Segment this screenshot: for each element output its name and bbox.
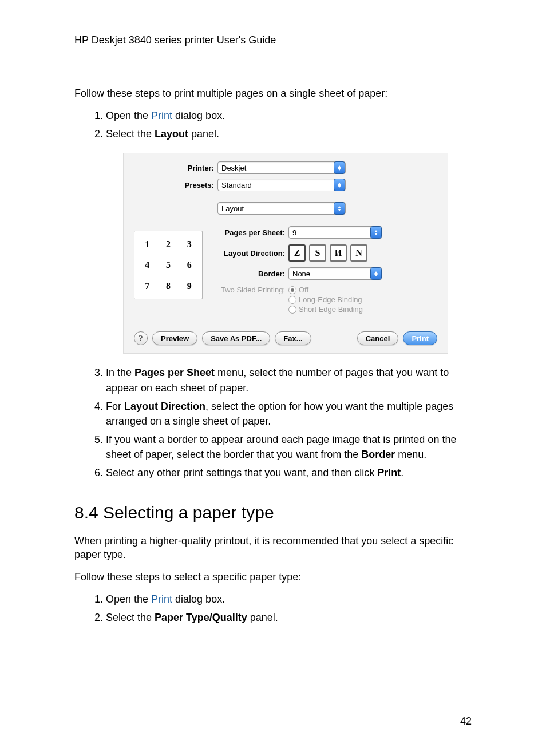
preview-cell: 4 xyxy=(145,260,149,270)
layout-direction-group: Z S И N xyxy=(288,244,367,262)
dropdown-arrows-icon xyxy=(334,179,345,191)
radio-icon xyxy=(288,296,296,304)
two-sided-label: Two Sided Printing: xyxy=(216,286,288,294)
layout-direction-option[interactable]: S xyxy=(309,244,326,262)
radio-icon xyxy=(288,306,296,314)
section-paragraph: When printing a higher-quality printout,… xyxy=(74,534,472,562)
border-label: Border: xyxy=(216,270,288,278)
radio-label: Short Edge Binding xyxy=(299,305,363,314)
preview-cell: 6 xyxy=(187,260,192,270)
help-button[interactable]: ? xyxy=(134,331,148,345)
preview-cell: 8 xyxy=(166,281,171,291)
presets-label: Presets: xyxy=(134,181,217,189)
step-3: In the Pages per Sheet menu, select the … xyxy=(106,365,472,395)
step-text: Open the xyxy=(106,593,151,605)
step-2c: Select the Paper Type/Quality panel. xyxy=(106,610,472,625)
dropdown-arrows-icon xyxy=(334,161,345,174)
step-text: Open the xyxy=(106,110,151,121)
dropdown-arrows-icon xyxy=(370,226,382,239)
steps-list-c: Open the Print dialog box. Select the Pa… xyxy=(74,592,472,625)
step-bold: Pages per Sheet xyxy=(134,367,215,378)
layout-direction-label: Layout Direction: xyxy=(216,249,288,258)
select-value: Layout xyxy=(221,204,244,213)
divider xyxy=(124,196,448,196)
radio-label: Long-Edge Binding xyxy=(299,295,362,304)
panel-select[interactable]: Layout xyxy=(217,202,346,215)
preview-cell: 5 xyxy=(166,260,171,270)
step-text: Select the xyxy=(106,612,155,623)
step-2: Select the Layout panel. xyxy=(106,126,472,141)
step-text: panel. xyxy=(247,612,278,623)
preview-cell: 9 xyxy=(187,281,192,291)
step-5: If you want a border to appear around ea… xyxy=(106,432,472,462)
step-1: Open the Print dialog box. xyxy=(106,108,472,123)
step-text: panel. xyxy=(188,128,219,140)
step-4: For Layout Direction, select the option … xyxy=(106,399,472,429)
preview-cell: 3 xyxy=(187,239,192,250)
step-bold: Paper Type/Quality xyxy=(155,612,247,623)
step-1c: Open the Print dialog box. xyxy=(106,592,472,607)
dropdown-arrows-icon xyxy=(334,202,345,215)
border-select[interactable]: None xyxy=(288,267,382,280)
step-text: dialog box. xyxy=(172,110,225,121)
step-bold: Border xyxy=(361,449,395,460)
document-header: HP Deskjet 3840 series printer User's Gu… xyxy=(74,34,472,46)
fax-button[interactable]: Fax... xyxy=(275,331,311,345)
print-dialog-screenshot: Printer: Deskjet Presets: Standard Layou… xyxy=(123,153,448,354)
two-sided-radio-group: Off Long-Edge Binding Short Edge Binding xyxy=(288,286,363,314)
layout-direction-option[interactable]: И xyxy=(330,244,347,262)
step-text: Select the xyxy=(106,128,155,140)
radio-icon xyxy=(288,286,296,294)
step-bold: Print xyxy=(377,467,401,478)
printer-select[interactable]: Deskjet xyxy=(217,161,346,174)
step-text: Select any other print settings that you… xyxy=(106,467,377,478)
layout-direction-option[interactable]: N xyxy=(350,244,367,262)
preview-button[interactable]: Preview xyxy=(152,331,197,345)
page-number: 42 xyxy=(460,715,472,727)
dropdown-arrows-icon xyxy=(370,267,382,280)
step-text: . xyxy=(401,467,403,478)
step-bold: Layout xyxy=(155,128,188,140)
section-paragraph: Follow these steps to select a specific … xyxy=(74,570,472,584)
section-heading: 8.4 Selecting a paper type xyxy=(74,503,472,523)
layout-preview: 1 2 3 4 5 6 7 8 9 xyxy=(134,231,203,299)
print-button[interactable]: Print xyxy=(403,331,437,345)
radio-long-edge: Long-Edge Binding xyxy=(288,295,363,304)
pages-per-sheet-select[interactable]: 9 xyxy=(288,226,382,239)
select-value: None xyxy=(292,270,310,278)
presets-select[interactable]: Standard xyxy=(217,179,346,191)
select-value: Standard xyxy=(221,181,252,189)
step-bold: Layout Direction xyxy=(124,401,205,412)
print-link[interactable]: Print xyxy=(151,110,172,121)
select-value: Deskjet xyxy=(221,164,246,172)
preview-cell: 7 xyxy=(145,281,149,291)
pages-per-sheet-label: Pages per Sheet: xyxy=(216,228,288,237)
radio-short-edge: Short Edge Binding xyxy=(288,305,363,314)
divider xyxy=(124,323,448,323)
radio-off: Off xyxy=(288,286,363,294)
cancel-button[interactable]: Cancel xyxy=(357,331,399,345)
radio-label: Off xyxy=(299,286,308,294)
step-text: For xyxy=(106,401,124,412)
layout-direction-option[interactable]: Z xyxy=(288,244,306,262)
step-text: menu. xyxy=(395,449,426,460)
step-text: In the xyxy=(106,367,134,378)
preview-cell: 1 xyxy=(145,239,149,250)
step-text: dialog box. xyxy=(172,593,225,605)
steps-list-b: In the Pages per Sheet menu, select the … xyxy=(74,365,472,480)
step-6: Select any other print settings that you… xyxy=(106,465,472,480)
save-as-pdf-button[interactable]: Save As PDF... xyxy=(202,331,270,345)
steps-list-a: Open the Print dialog box. Select the La… xyxy=(74,108,472,141)
select-value: 9 xyxy=(292,228,296,237)
printer-label: Printer: xyxy=(134,164,217,172)
print-link[interactable]: Print xyxy=(151,593,172,605)
preview-cell: 2 xyxy=(166,239,171,250)
intro-paragraph: Follow these steps to print multiple pag… xyxy=(74,86,472,100)
